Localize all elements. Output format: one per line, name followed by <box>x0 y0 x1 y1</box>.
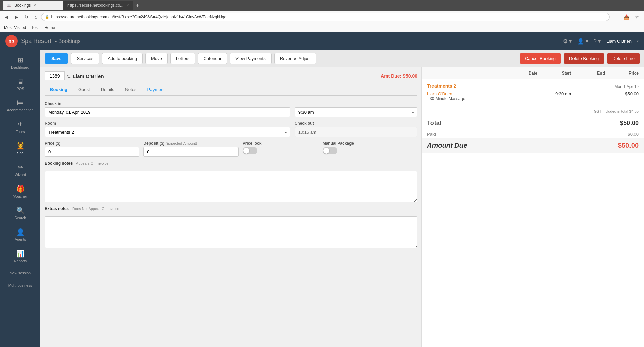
check-out-group: Check out 10:15 am <box>295 121 417 137</box>
url-bar[interactable]: 🔒 https://secure.netbookings.com.au/test… <box>41 13 610 21</box>
sidebar-label-pos: POS <box>16 87 24 91</box>
user-name[interactable]: Liam O'Brien <box>606 39 632 44</box>
delete-line-button[interactable]: Delete Line <box>607 53 640 64</box>
reload-button[interactable]: ↻ <box>22 13 30 20</box>
agents-icon: 👤 <box>16 228 25 236</box>
back-button[interactable]: ◀ <box>3 13 10 20</box>
app-subtitle: - Bookings <box>55 38 81 44</box>
star-button[interactable]: ☆ <box>633 13 641 20</box>
gst-row: GST included in total $4.55 <box>422 107 644 116</box>
room-group: Room Treatments 2 <box>45 121 290 137</box>
price-deposit-row: Price ($) Deposit ($) (Expected Amount) … <box>45 141 417 157</box>
sidebar-item-accommodation[interactable]: 🛏 Accommodation <box>0 95 40 115</box>
view-payments-button[interactable]: View Payments <box>230 53 271 64</box>
price-input[interactable] <box>45 147 139 157</box>
tab-close-2[interactable]: ✕ <box>126 3 129 8</box>
room-select[interactable]: Treatments 2 <box>45 127 290 137</box>
sidebar-item-tours[interactable]: ✈ Tours <box>0 117 40 137</box>
tab-label-2: https://secure.netbookings.co... <box>67 3 123 8</box>
pocket-button[interactable]: 📥 <box>622 13 632 20</box>
check-in-time-select[interactable]: 9:30 am <box>295 107 417 117</box>
letters-button[interactable]: Letters <box>170 53 195 64</box>
sidebar-item-new-session[interactable]: New session <box>0 268 40 279</box>
col-price: Price <box>605 71 639 76</box>
therapist-name: Liam O'Brien <box>427 91 483 96</box>
app: nb Spa Resort - Bookings ⚙ ▾ 👤 ▾ ? ▾ Lia… <box>0 32 644 347</box>
check-out-time-display: 10:15 am <box>295 127 417 137</box>
bookmark-home[interactable]: Home <box>44 25 55 30</box>
tab-details[interactable]: Details <box>95 84 120 95</box>
main-layout: ⊞ Dashboard 🖥 POS 🛏 Accommodation ✈ Tour… <box>0 50 644 347</box>
new-tab-button[interactable]: + <box>133 2 142 8</box>
voucher-icon: 🎁 <box>16 185 25 193</box>
booking-guest-name: Liam O'Brien <box>73 73 104 79</box>
add-to-booking-button[interactable]: Add to booking <box>102 53 143 64</box>
bookmarks-bar: Most Visited Test Home <box>0 23 644 32</box>
sidebar-label-voucher: Voucher <box>13 194 27 198</box>
sidebar-item-dashboard[interactable]: ⊞ Dashboard <box>0 53 40 73</box>
tab-netbookings[interactable]: https://secure.netbookings.co... ✕ <box>63 1 133 10</box>
tab-close[interactable]: ✕ <box>33 3 36 8</box>
services-button[interactable]: Services <box>71 53 99 64</box>
user-icon[interactable]: 👤 ▾ <box>577 38 588 45</box>
header-right: ⚙ ▾ 👤 ▾ ? ▾ Liam O'Brien ▾ <box>563 38 639 45</box>
tab-guest[interactable]: Guest <box>73 84 95 95</box>
sidebar-item-voucher[interactable]: 🎁 Voucher <box>0 181 40 202</box>
bookmark-test[interactable]: Test <box>31 25 39 30</box>
delete-booking-button[interactable]: Delete Booking <box>564 53 604 64</box>
manual-package-toggle[interactable] <box>323 147 337 154</box>
home-button[interactable]: ⌂ <box>32 13 39 20</box>
deposit-group: Deposit ($) (Expected Amount) <box>143 141 238 157</box>
treatment-col-date <box>483 91 537 101</box>
manual-package-label: Manual Package <box>323 141 417 146</box>
settings-icon[interactable]: ⚙ ▾ <box>563 38 572 45</box>
sidebar-label-new-session: New session <box>10 271 31 275</box>
sidebar-item-spa[interactable]: 💆 Spa <box>0 138 40 158</box>
booking-number-input[interactable] <box>45 71 65 80</box>
manual-package-group: Manual Package <box>323 141 417 157</box>
amt-due-label: Amt Due: $50.00 <box>381 73 417 79</box>
help-icon[interactable]: ? ▾ <box>594 38 601 45</box>
tab-notes[interactable]: Notes <box>119 84 142 95</box>
booking-slash: /1 <box>67 74 71 79</box>
manual-package-knob <box>323 148 329 154</box>
amount-due-label: Amount Due <box>427 142 605 149</box>
tab-bookings[interactable]: 📖 Bookings ✕ <box>3 1 63 10</box>
extras-notes-textarea[interactable] <box>45 216 417 248</box>
paid-amount: $0.00 <box>605 132 639 137</box>
col-date: Date <box>483 71 537 76</box>
deposit-input[interactable] <box>143 147 238 157</box>
revenue-adjust-button[interactable]: Revenue Adjust <box>274 53 316 64</box>
sidebar-item-reports[interactable]: 📊 Reports <box>0 246 40 266</box>
sidebar-item-pos[interactable]: 🖥 POS <box>0 74 40 94</box>
check-in-label: Check in <box>45 101 290 106</box>
treatment-header-row: Treatments 2 Mon 1 Apr 19 <box>427 83 639 90</box>
sidebar-label-multi-business: Multi-business <box>8 283 32 287</box>
booking-notes-textarea[interactable] <box>45 171 417 202</box>
treatment-date: Mon 1 Apr 19 <box>615 84 639 89</box>
room-label: Room <box>45 121 290 126</box>
sidebar-item-search[interactable]: 🔍 Search <box>0 203 40 223</box>
paid-row: Paid $0.00 <box>422 130 644 138</box>
calendar-button[interactable]: Calendar <box>198 53 227 64</box>
sidebar-item-wizard[interactable]: ✏ Wizard <box>0 160 40 180</box>
content-area: Save Services Add to booking Move Letter… <box>40 50 644 347</box>
sidebar-item-agents[interactable]: 👤 Agents <box>0 225 40 245</box>
forward-button[interactable]: ▶ <box>12 13 20 20</box>
bookmark-most-visited[interactable]: Most Visited <box>4 25 26 30</box>
tab-payment[interactable]: Payment <box>142 84 170 95</box>
cancel-booking-button[interactable]: Cancel Booking <box>520 53 561 64</box>
price-lock-knob <box>243 148 249 154</box>
save-button[interactable]: Save <box>45 53 68 64</box>
check-in-date-input[interactable] <box>45 107 290 117</box>
tab-booking[interactable]: Booking <box>45 84 73 95</box>
price-lock-toggle[interactable] <box>243 147 257 154</box>
sidebar-item-multi-business[interactable]: Multi-business <box>0 280 40 291</box>
menu-button[interactable]: ⋯ <box>612 13 620 20</box>
total-label: Total <box>427 120 605 127</box>
booking-header: /1 Liam O'Brien Amt Due: $50.00 <box>45 71 417 80</box>
move-button[interactable]: Move <box>145 53 168 64</box>
reports-icon: 📊 <box>16 250 25 258</box>
check-out-label: Check out <box>295 121 417 126</box>
booking-notes-section: Booking notes - Appears On Invoice <box>45 161 417 202</box>
